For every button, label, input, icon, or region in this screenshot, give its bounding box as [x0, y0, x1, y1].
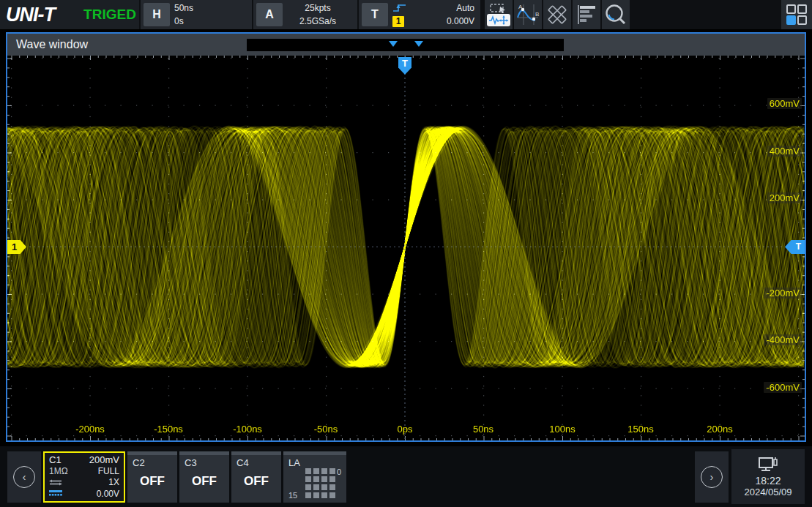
time-label: 0ps [398, 424, 413, 435]
clock-date: 2024/05/09 [744, 487, 791, 497]
sample-rate-value: 2.5GSa/s [299, 15, 336, 28]
window-right-marker-icon[interactable] [414, 41, 423, 47]
scroll-right-button[interactable]: › [695, 451, 729, 503]
la-d15-label: 15 [288, 491, 297, 500]
time-label: 100ns [549, 424, 575, 435]
histogram-bars-icon [576, 4, 597, 25]
waveform-move-icon [487, 14, 510, 26]
channel1-panel[interactable]: C1200mV 1MΩFULL 1X 0.00V [43, 451, 125, 503]
acquire-section[interactable]: A 25kpts 2.5GSa/s [253, 0, 357, 29]
uni-t-logo: UNI-T [0, 0, 81, 29]
channel3-name: C3 [185, 457, 197, 468]
channel3-state: OFF [179, 474, 229, 489]
la-channels-grid-icon [305, 468, 335, 498]
channel4-name: C4 [236, 457, 249, 468]
system-status-panel[interactable]: 18:22 2024/05/09 [731, 449, 805, 504]
time-label: -150ns [154, 424, 183, 435]
crossed-rulers-icon [545, 3, 569, 26]
results-list-button[interactable] [573, 0, 600, 29]
voltage-label: 200mV [767, 192, 802, 203]
chevron-right-icon: › [701, 466, 723, 488]
svg-text:B: B [535, 11, 539, 18]
voltage-label: -600mV [764, 382, 802, 393]
time-label: -50ns [314, 424, 338, 435]
memory-depth-value: 25kpts [305, 1, 330, 15]
measure-tool-button[interactable] [543, 0, 571, 29]
search-button[interactable] [602, 0, 630, 29]
trigger-section[interactable]: T Auto 1 0.000V [359, 0, 480, 29]
cursor-measure-button[interactable]: A B [514, 0, 542, 29]
channel3-panel[interactable]: C3 OFF [179, 451, 229, 503]
svg-text:A: A [518, 4, 523, 10]
logic-analyzer-panel[interactable]: LA 0 15 [283, 451, 346, 503]
acquisition-position-bar[interactable] [247, 39, 564, 51]
trigger-slope-rising-icon [392, 3, 407, 13]
trigger-mode: Auto [456, 3, 474, 13]
trigger-button[interactable]: T [362, 3, 388, 26]
chevron-left-icon: ‹ [13, 466, 35, 488]
trigger-source-badge: 1 [392, 16, 404, 27]
voltage-label: -200mV [764, 288, 802, 298]
clock-time: 18:22 [755, 475, 781, 487]
la-d0-label: 0 [337, 467, 341, 476]
timebase-value: 50ns [174, 1, 193, 15]
window-left-marker-icon[interactable] [389, 41, 398, 47]
remote-device-icon [758, 457, 778, 473]
selection-box-icon [490, 4, 507, 13]
magnifier-icon [604, 3, 627, 26]
channel2-panel[interactable]: C2 OFF [127, 451, 177, 503]
la-name: LA [288, 457, 300, 468]
channel1-probe: 1X [108, 477, 119, 487]
horizontal-offset-value: 0s [174, 15, 193, 28]
voltage-label: -400mV [764, 334, 802, 345]
waveform-display[interactable]: T 1 T 600mV 400mV 200mV -200mV -400mV -6… [7, 56, 805, 440]
time-label: -200ns [75, 424, 105, 435]
wave-window: Wave window T 1 T 600mV 400mV 200mV -200… [6, 32, 806, 442]
window-layout-button[interactable] [781, 0, 812, 29]
channel-bar: ‹ C1200mV 1MΩFULL 1X 0.00V [0, 446, 812, 507]
voltage-label: 600mV [767, 98, 802, 109]
select-move-tool-button[interactable] [485, 0, 513, 29]
channel1-position-icon [49, 490, 64, 497]
scroll-left-button[interactable]: ‹ [7, 451, 41, 503]
channel1-offset: 0.00V [97, 489, 119, 499]
channel4-panel[interactable]: C4 OFF [231, 451, 281, 503]
waveform-canvas[interactable] [7, 56, 805, 440]
voltage-label: 400mV [767, 146, 802, 157]
horizontal-section[interactable]: H 50ns 0s [141, 0, 252, 29]
channel2-state: OFF [127, 474, 177, 489]
top-status-bar: UNI-T TRIGED H 50ns 0s A 25kpts 2.5GSa/s… [0, 0, 812, 29]
channel1-impedance: 1MΩ [49, 466, 68, 476]
trigger-status: TRIGED [81, 0, 139, 29]
wave-window-titlebar: Wave window [7, 34, 805, 56]
channel4-state: OFF [231, 474, 281, 489]
layout-grid-icon [786, 4, 807, 25]
cursor-ab-icon: A B [516, 3, 540, 26]
channel2-name: C2 [133, 457, 145, 468]
time-label: 200ns [707, 424, 732, 435]
toolbar-icons: A B [485, 0, 631, 29]
time-label: -100ns [233, 424, 262, 435]
wave-window-title: Wave window [7, 38, 88, 51]
channel1-scale: 200mV [89, 454, 119, 465]
coupling-icon [49, 479, 62, 486]
time-label: 50ns [473, 424, 493, 435]
acquire-button[interactable]: A [256, 3, 283, 26]
time-label: 150ns [627, 424, 653, 435]
trigger-level-value: 0.000V [447, 16, 474, 26]
channel1-bandwidth: FULL [98, 466, 119, 476]
channel1-name: C1 [49, 454, 62, 465]
horizontal-button[interactable]: H [144, 3, 170, 26]
